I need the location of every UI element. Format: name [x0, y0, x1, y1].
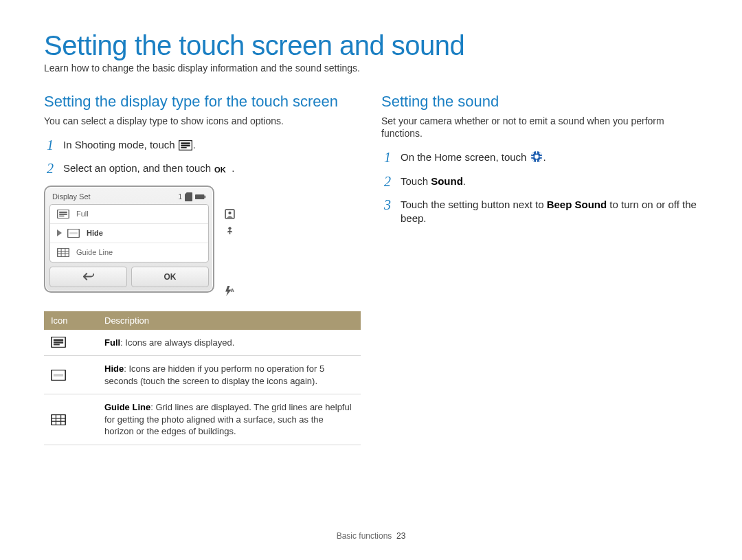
display-grid-icon	[57, 248, 69, 257]
table-row: Hide: Icons are hidden if you perform no…	[44, 356, 361, 394]
footer-page-number: 23	[396, 531, 405, 541]
row-lead: Full	[104, 337, 120, 348]
step-number: 2	[44, 161, 56, 175]
page-subtitle: Learn how to change the basic display in…	[44, 63, 698, 74]
step-3: 3 Touch the setting button next to Beep …	[381, 198, 698, 226]
step-bold: Sound	[431, 175, 463, 187]
device-side-icons	[224, 186, 236, 296]
table-row: Guide Line: Grid lines are displayed. Th…	[44, 394, 361, 445]
display-hide-icon	[67, 229, 80, 238]
device-mock: Display Set 1 Full	[44, 186, 214, 293]
step-text-post: .	[543, 151, 546, 163]
step-text-post: .	[463, 175, 466, 187]
table-head-description: Description	[98, 311, 361, 330]
step-number: 1	[44, 138, 56, 152]
back-button[interactable]	[49, 267, 127, 287]
table-row: Full: Icons are always displayed.	[44, 330, 361, 356]
step-text: Touch	[401, 175, 431, 187]
table-head-icon: Icon	[44, 311, 98, 330]
menu-item-guideline[interactable]: Guide Line	[50, 243, 208, 262]
step-text-post: .	[193, 139, 196, 150]
section-title-sound: Setting the sound	[381, 93, 698, 111]
page-footer: Basic functions 23	[0, 531, 742, 541]
row-body: : Icons are hidden if you perform no ope…	[104, 363, 324, 386]
icon-description-table: Icon Description Full: Icons are always …	[44, 311, 361, 445]
display-full-icon	[179, 140, 192, 150]
device-menu: Full Hide Guide Line	[49, 204, 209, 262]
right-column: Setting the sound Set your camera whethe…	[381, 93, 698, 445]
row-lead: Guide Line	[104, 402, 150, 412]
flash-auto-icon	[224, 286, 236, 296]
device-header-title: Display Set	[52, 192, 91, 201]
step-text: On the Home screen, touch	[401, 151, 530, 163]
menu-item-hide[interactable]: Hide	[50, 224, 208, 243]
portrait-icon	[225, 209, 235, 219]
row-body: : Icons are always displayed.	[120, 337, 234, 348]
menu-item-full[interactable]: Full	[50, 205, 208, 224]
menu-item-label: Guide Line	[76, 248, 113, 256]
gear-blue-icon	[530, 150, 543, 163]
macro-icon	[225, 225, 235, 235]
step-2: 2 Select an option, and then touch .	[44, 161, 361, 175]
section-subtitle-display: You can select a display type to show ic…	[44, 115, 361, 127]
step-number: 2	[381, 175, 394, 188]
step-1: 1 On the Home screen, touch .	[381, 150, 698, 164]
back-arrow-icon	[82, 272, 95, 281]
manual-page: Setting the touch screen and sound Learn…	[0, 0, 742, 445]
device-header-count: 1	[178, 193, 182, 201]
step-text: Touch the setting button next to	[401, 199, 547, 210]
ok-word-icon	[214, 165, 231, 174]
ok-button-label: OK	[164, 272, 177, 282]
step-text-post: .	[232, 162, 234, 174]
footer-section: Basic functions	[337, 531, 392, 541]
device-header: Display Set 1	[49, 191, 209, 204]
selected-indicator-icon	[57, 229, 62, 236]
left-column: Setting the display type for the touch s…	[44, 93, 361, 445]
display-full-icon	[51, 337, 91, 348]
step-number: 1	[381, 150, 394, 164]
page-title: Setting the touch screen and sound	[44, 30, 698, 61]
display-hide-icon	[51, 370, 91, 381]
display-full-icon	[57, 210, 69, 219]
display-grid-icon	[51, 414, 91, 425]
menu-item-label: Hide	[87, 229, 103, 237]
row-lead: Hide	[104, 363, 124, 374]
step-2: 2 Touch Sound.	[381, 175, 698, 188]
battery-icon	[195, 194, 206, 200]
ok-button[interactable]: OK	[131, 267, 209, 287]
step-number: 3	[381, 198, 394, 212]
step-text: In Shooting mode, touch	[63, 139, 178, 150]
sd-icon	[185, 192, 192, 201]
step-1: 1 In Shooting mode, touch .	[44, 138, 361, 152]
section-title-display: Setting the display type for the touch s…	[44, 93, 361, 111]
section-subtitle-sound: Set your camera whether or not to emit a…	[381, 115, 698, 139]
step-text: Select an option, and then touch	[63, 162, 214, 174]
menu-item-label: Full	[76, 210, 89, 218]
step-bold: Beep Sound	[547, 199, 607, 210]
